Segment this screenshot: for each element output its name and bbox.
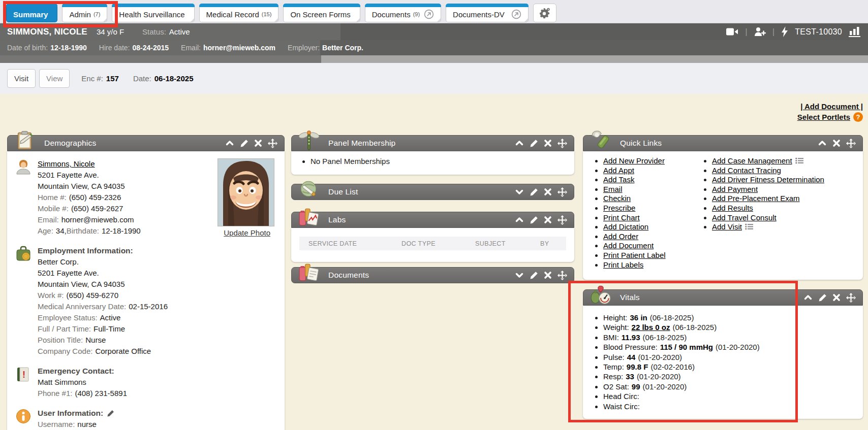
quick-link[interactable]: Add Appt <box>603 166 634 175</box>
labs-column-header: DOC TYPE <box>401 240 475 247</box>
popout-icon[interactable] <box>424 9 434 19</box>
popout-icon[interactable] <box>511 9 521 19</box>
close-icon[interactable] <box>832 293 841 302</box>
portlet-header-quick-links: Quick Links <box>583 135 863 151</box>
chart-tab[interactable]: Health Surveillance <box>112 4 194 22</box>
quick-link[interactable]: Checkin <box>603 194 631 203</box>
collapse-icon[interactable] <box>225 139 234 148</box>
enc-date-value: 06-18-2025 <box>154 74 194 83</box>
chart-tab[interactable]: Documents-DV <box>446 4 529 22</box>
collapse-icon[interactable] <box>803 293 813 302</box>
move-icon[interactable] <box>557 271 567 280</box>
edit-icon[interactable] <box>107 410 114 417</box>
quick-link[interactable]: Add Task <box>603 175 634 184</box>
move-icon[interactable] <box>557 187 567 197</box>
tab-label: Admin <box>69 10 91 19</box>
list-icon[interactable] <box>795 157 803 164</box>
gear-icon <box>538 7 551 19</box>
tab-label: Documents <box>372 10 411 19</box>
edit-icon[interactable] <box>530 188 538 196</box>
chart-tab[interactable]: Medical Record (15) <box>199 4 279 22</box>
settings-button[interactable] <box>533 4 556 22</box>
vital-row: Pulse:44(01-20-2020) <box>603 352 863 362</box>
quick-link-item: Add Order <box>603 232 689 242</box>
vital-row: BMI:11.93(06-18-2025) <box>603 333 863 342</box>
close-icon[interactable] <box>254 139 262 147</box>
labs-column-header: SUBJECT <box>475 240 540 247</box>
vital-value: 33 <box>626 372 634 381</box>
patient-name-link[interactable]: Simmons, Nicole <box>38 159 95 168</box>
quick-link[interactable]: Add Payment <box>712 185 758 193</box>
select-portlets-link[interactable]: Select Portlets <box>797 112 850 122</box>
quick-link[interactable]: Prescribe <box>603 204 635 212</box>
edit-icon[interactable] <box>818 293 827 302</box>
emergency-contact-section: ! Emergency Contact: Matt Simmons Phone … <box>15 366 276 399</box>
quick-link[interactable]: Add Dictation <box>603 222 648 231</box>
quick-link[interactable]: Add Contact Tracing <box>712 166 781 175</box>
portlet-header-documents: Documents <box>291 267 574 283</box>
employment-line: Company Code:Corporate Office <box>38 346 276 357</box>
close-icon[interactable] <box>544 139 552 147</box>
move-icon[interactable] <box>268 139 277 148</box>
close-icon[interactable] <box>832 139 841 147</box>
view-button[interactable]: View <box>39 69 70 88</box>
expand-icon[interactable] <box>515 271 524 280</box>
chart-tab[interactable]: Admin (7) <box>62 4 107 22</box>
quick-link[interactable]: Print Labels <box>603 260 643 269</box>
vital-row: Blood Pressure:115 / 90 mmHg(01-20-2020) <box>603 342 863 352</box>
vital-row: Head Circ: <box>603 391 863 401</box>
quick-link[interactable]: Add Case Management <box>712 156 792 165</box>
quick-link[interactable]: Add Driver Fitness Determination <box>712 175 824 184</box>
expand-icon[interactable] <box>515 187 524 196</box>
flowsheet-chart-icon[interactable] <box>849 26 861 37</box>
portlet-body-labs: SERVICE DATEDOC TYPESUBJECTBY <box>291 228 574 262</box>
video-call-icon[interactable] <box>726 27 738 36</box>
chart-tab[interactable]: Summary <box>6 4 57 22</box>
move-icon[interactable] <box>557 139 567 148</box>
quick-link[interactable]: Add Pre-Placement Exam <box>712 194 800 203</box>
collapse-icon[interactable] <box>515 215 524 224</box>
close-icon[interactable] <box>544 271 552 279</box>
edit-icon[interactable] <box>530 139 538 148</box>
quick-link[interactable]: Add Results <box>712 204 753 212</box>
edit-icon[interactable] <box>530 216 538 224</box>
portlet-title: Demographics <box>44 139 96 148</box>
vital-value: 22 lbs 0 oz <box>632 323 670 332</box>
move-icon[interactable] <box>846 293 856 303</box>
close-icon[interactable] <box>544 188 552 196</box>
chart-tab[interactable]: On Screen Forms <box>283 4 360 22</box>
quick-link[interactable]: Add Visit <box>712 222 742 231</box>
quick-link[interactable]: Print Patient Label <box>603 251 666 259</box>
tab-label: Documents-DV <box>453 10 505 19</box>
quick-link[interactable]: Add Order <box>603 232 638 241</box>
collapse-icon[interactable] <box>515 139 524 148</box>
help-icon[interactable]: ? <box>853 112 863 122</box>
quick-link[interactable]: Add Document <box>603 241 654 250</box>
add-person-icon[interactable] <box>754 27 766 37</box>
move-icon[interactable] <box>557 215 567 225</box>
caduceus-icon <box>298 130 320 151</box>
employment-line: 5201 Fayette Ave. <box>38 268 276 279</box>
quick-link-item: Add Dictation <box>603 222 689 232</box>
clipboard-icon <box>14 130 36 151</box>
move-icon[interactable] <box>846 139 856 148</box>
labs-column-header: BY <box>540 240 566 247</box>
portlet-body-quick-links: Add New Provider Add Appt Add Task Email… <box>583 151 863 280</box>
edit-icon[interactable] <box>530 271 538 280</box>
quick-link[interactable]: Add Travel Consult <box>712 213 777 222</box>
list-icon[interactable] <box>745 223 753 230</box>
visit-button[interactable]: Visit <box>7 69 36 88</box>
edit-icon[interactable] <box>240 139 249 148</box>
portlet-title: Due List <box>328 187 358 196</box>
quick-link[interactable]: Print Chart <box>603 213 640 222</box>
enc-label: Enc #: <box>81 74 103 83</box>
scrollbar-thumb[interactable] <box>0 55 321 63</box>
quick-link[interactable]: Email <box>603 185 623 193</box>
add-document-link[interactable]: | Add Document | <box>800 101 863 112</box>
tab-label: Medical Record <box>206 10 259 19</box>
close-icon[interactable] <box>544 216 552 224</box>
collapse-icon[interactable] <box>818 139 827 148</box>
quick-link[interactable]: Add New Provider <box>603 156 665 165</box>
chart-tab[interactable]: Documents (9) <box>365 4 441 22</box>
lightning-icon[interactable] <box>781 26 788 37</box>
